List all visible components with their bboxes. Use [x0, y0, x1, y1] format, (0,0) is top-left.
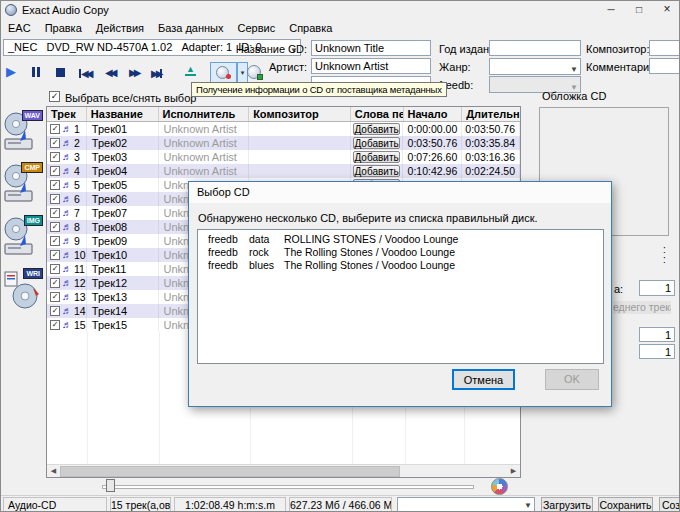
menu-tools[interactable]: Сервис — [231, 19, 283, 37]
music-note-icon: ♬ — [62, 304, 72, 318]
dialog-title: Выбор CD — [189, 182, 611, 203]
menu-database[interactable]: База данных — [151, 19, 231, 37]
track-checkbox[interactable]: ✓ — [50, 292, 60, 302]
sidebar-write-cd-button[interactable]: WRI — [3, 268, 43, 312]
track-row[interactable]: ✓♬1Трек01Unknown ArtistДобавить0:00:00.0… — [47, 122, 520, 136]
composer-input[interactable] — [649, 40, 680, 56]
sidebar-extract-image-button[interactable]: IMG — [3, 215, 43, 259]
artist-input[interactable] — [311, 58, 431, 74]
maximize-button[interactable]: □ — [625, 1, 653, 19]
track-checkbox[interactable]: ✓ — [50, 208, 60, 218]
menu-help[interactable]: Справка — [282, 19, 339, 37]
right-panel-disabled-fragment: еднего трека — [613, 301, 671, 314]
playback-position-slider[interactable] — [102, 485, 474, 489]
tooltip: Получение информации о CD от поставщика … — [191, 82, 447, 97]
cd-entry-listbox[interactable]: freedb data ROLLING STONES / Voodoo Loun… — [197, 229, 604, 364]
column-header-artist[interactable]: Исполнитель — [159, 107, 250, 121]
add-lyrics-button[interactable]: Добавить — [353, 123, 400, 135]
eac-main-window: Exact Audio Copy ─ □ × EAC Правка Действ… — [0, 0, 680, 512]
next-track-button[interactable]: ▶▶ — [151, 67, 162, 79]
column-header-title[interactable]: Название — [87, 107, 159, 121]
metadata-provider-icon[interactable] — [247, 65, 265, 81]
track-checkbox[interactable]: ✓ — [50, 152, 60, 162]
track-checkbox[interactable]: ✓ — [50, 320, 60, 330]
track-row[interactable]: ✓♬3Трек03Unknown ArtistДобавить0:07:26.6… — [47, 150, 520, 164]
cd-title-label: Название CD: — [217, 43, 307, 55]
track-checkbox[interactable]: ✓ — [50, 250, 60, 260]
music-note-icon: ♬ — [62, 136, 72, 150]
select-all-checkbox[interactable]: ✓ — [49, 91, 60, 102]
genre-combo[interactable]: ▼ — [489, 58, 581, 75]
sidebar-extract-compressed-button[interactable]: CMP — [3, 162, 43, 206]
track-checkbox[interactable]: ✓ — [50, 124, 60, 134]
save-profile-button[interactable]: Сохранить — [598, 497, 653, 512]
right-panel-input-3[interactable] — [639, 344, 675, 359]
track-checkbox[interactable]: ✓ — [50, 264, 60, 274]
column-header-composer[interactable]: Композитор — [249, 107, 351, 121]
chevron-down-icon: ▼ — [524, 501, 532, 510]
comment-input[interactable] — [649, 58, 680, 74]
load-profile-button[interactable]: Загрузить — [541, 497, 593, 512]
track-checkbox[interactable]: ✓ — [50, 306, 60, 316]
create-profile-button[interactable]: Созд — [659, 497, 680, 512]
cd-entry[interactable]: freedb data ROLLING STONES / Voodoo Loun… — [198, 233, 603, 246]
cd-entry[interactable]: freedb rock The Rolling Stones / Voodoo … — [198, 246, 603, 259]
track-checkbox[interactable]: ✓ — [50, 138, 60, 148]
music-note-icon: ♬ — [62, 192, 72, 206]
track-checkbox[interactable]: ✓ — [50, 236, 60, 246]
track-checkbox[interactable]: ✓ — [50, 180, 60, 190]
play-button[interactable]: ▶ — [6, 64, 16, 79]
rewind-button[interactable]: ◀◀ — [105, 67, 114, 78]
scroll-left-icon[interactable]: ◀ — [47, 465, 60, 477]
scroll-right-icon[interactable]: ▶ — [507, 465, 520, 477]
right-panel-input-2[interactable] — [639, 327, 675, 342]
track-checkbox[interactable]: ✓ — [50, 278, 60, 288]
ok-button: OK — [545, 369, 599, 390]
fast-forward-button[interactable]: ▶▶ — [129, 67, 138, 78]
status-bar: Аудио-CD 15 трек(а,ов) 1:02:08.49 h:m:s.… — [1, 495, 680, 512]
add-lyrics-button[interactable]: Добавить — [353, 151, 400, 163]
status-profile-combo[interactable]: ▼ — [397, 497, 535, 512]
track-checkbox[interactable]: ✓ — [50, 194, 60, 204]
menu-eac[interactable]: EAC — [1, 19, 38, 37]
right-panel-input-1[interactable] — [639, 280, 675, 296]
sidebar-extract-wav-button[interactable]: WAV — [3, 110, 43, 154]
track-row[interactable]: ✓♬4Трек04Unknown ArtistДобавить0:10:42.9… — [47, 164, 520, 178]
composer-label: Композитор: — [586, 43, 649, 55]
comment-label: Комментарий: — [586, 61, 658, 73]
year-input[interactable] — [489, 40, 581, 56]
cancel-button[interactable]: Отмена — [452, 369, 515, 390]
cd-information-button[interactable] — [210, 62, 237, 83]
cd-title-input[interactable] — [311, 40, 431, 56]
add-lyrics-button[interactable]: Добавить — [353, 137, 400, 149]
slider-thumb[interactable] — [106, 479, 115, 492]
music-note-icon: ♬ — [62, 206, 72, 220]
track-row[interactable]: ✓♬2Трек02Unknown ArtistДобавить0:03:50.7… — [47, 136, 520, 150]
status-cd-type: Аудио-CD — [3, 497, 107, 512]
minimize-button[interactable]: ─ — [597, 1, 625, 19]
column-header-track[interactable]: Трек — [47, 107, 87, 121]
pause-button[interactable] — [31, 67, 41, 79]
wri-badge: WRI — [23, 268, 43, 279]
add-lyrics-button[interactable]: Добавить — [353, 165, 400, 177]
column-header-start[interactable]: Начало — [404, 107, 463, 121]
menu-edit[interactable]: Правка — [38, 19, 89, 37]
img-badge: IMG — [24, 215, 43, 226]
menu-actions[interactable]: Действия — [89, 19, 151, 37]
cd-entry[interactable]: freedb blues The Rolling Stones / Voodoo… — [198, 259, 603, 272]
close-button[interactable]: × — [653, 1, 680, 19]
eject-button[interactable]: ▲ — [185, 66, 196, 76]
cmp-badge: CMP — [21, 162, 43, 173]
stop-button[interactable] — [56, 68, 65, 77]
music-note-icon: ♬ — [62, 262, 72, 276]
menu-bar: EAC Правка Действия База данных Сервис С… — [1, 19, 680, 37]
column-header-lyrics[interactable]: Слова пес... — [351, 107, 404, 121]
table-horizontal-scrollbar[interactable]: ◀ ▶ — [47, 464, 520, 477]
scrollbar-thumb[interactable] — [60, 466, 400, 477]
track-checkbox[interactable]: ✓ — [50, 166, 60, 176]
previous-track-button[interactable]: ◀◀ — [79, 67, 90, 79]
column-header-length[interactable]: Длительн... — [462, 107, 520, 121]
track-checkbox[interactable]: ✓ — [50, 222, 60, 232]
metadata-dot-icon — [226, 74, 231, 79]
music-note-icon: ♬ — [62, 178, 72, 192]
